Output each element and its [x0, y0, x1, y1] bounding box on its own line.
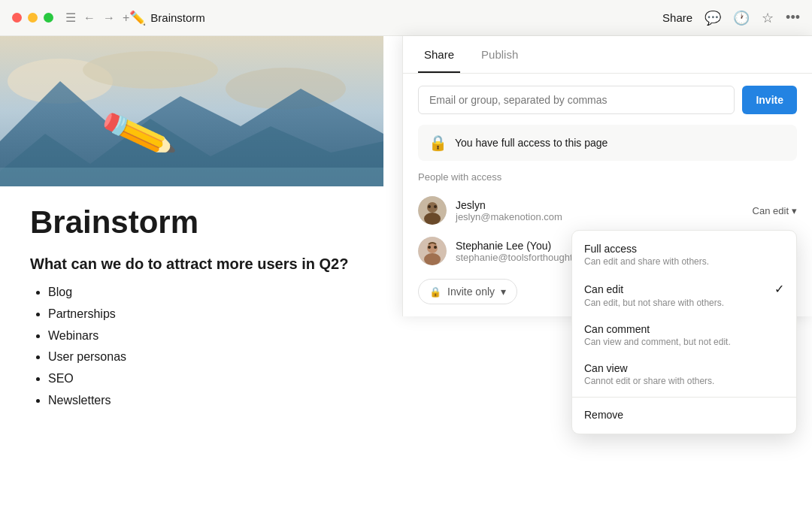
svg-point-14 — [424, 253, 441, 265]
can-view-desc: Cannot edit or share with others. — [584, 376, 784, 386]
traffic-light-yellow[interactable] — [28, 13, 38, 23]
page-content: ✏️ Brainstorm What can we do to attract … — [0, 36, 383, 508]
list-item: SEO — [48, 368, 353, 390]
invite-lock-icon: 🔒 — [429, 286, 441, 298]
can-edit-title: Can edit ✓ — [584, 282, 784, 296]
traffic-light-green[interactable] — [44, 13, 53, 23]
hero-image: ✏️ — [0, 36, 383, 186]
can-view-title: Can view — [584, 362, 784, 374]
person-info-jeslyn: Jeslyn jeslyn@makenotion.com — [456, 199, 744, 222]
invite-only-button[interactable]: 🔒 Invite only ▾ — [418, 279, 517, 304]
access-banner-text: You have full access to this page — [455, 137, 607, 149]
avatar-stephanie — [418, 237, 447, 265]
full-access-title: Full access — [584, 243, 784, 255]
person-role-jeslyn[interactable]: Can edit ▾ — [753, 205, 797, 216]
main-area: ✏️ Brainstorm What can we do to attract … — [0, 36, 812, 508]
back-icon[interactable]: ← — [83, 11, 95, 25]
person-row-jeslyn: Jeslyn jeslyn@makenotion.com Can edit ▾ — [418, 190, 797, 231]
page-title-bar: ✏️ Brainstorm — [129, 10, 205, 26]
dropdown-full-access[interactable]: Full access Can edit and share with othe… — [572, 235, 796, 274]
list-item: Newsletters — [48, 390, 353, 412]
star-icon[interactable]: ☆ — [762, 10, 774, 26]
nav-actions: ☰ ← → + — [65, 11, 129, 25]
svg-point-2 — [83, 51, 218, 89]
can-edit-checkmark: ✓ — [774, 282, 784, 296]
lock-icon: 🔒 — [429, 134, 447, 152]
titlebar-right: Share 💬 🕐 ☆ ••• — [662, 10, 800, 26]
share-button-title[interactable]: Share — [662, 11, 692, 24]
can-comment-desc: Can view and comment, but not edit. — [584, 337, 784, 347]
dropdown-can-view[interactable]: Can view Cannot edit or share with other… — [572, 355, 796, 394]
invite-only-label: Invite only — [447, 286, 495, 298]
history-icon[interactable]: 🕐 — [733, 10, 750, 26]
page-title-text: Brainstorm — [150, 11, 205, 24]
can-edit-desc: Can edit, but not share with others. — [584, 298, 784, 308]
invite-input[interactable] — [418, 86, 735, 114]
invite-only-chevron: ▾ — [501, 286, 506, 298]
more-icon[interactable]: ••• — [786, 10, 800, 26]
share-panel: Share Publish Invite 🔒 You have full acc… — [402, 36, 812, 316]
tab-publish[interactable]: Publish — [475, 36, 524, 73]
people-section-label: People with access — [418, 171, 797, 183]
can-comment-title: Can comment — [584, 323, 784, 335]
page-main-title: Brainstorm — [30, 204, 353, 240]
traffic-light-red[interactable] — [12, 13, 22, 23]
add-icon[interactable]: + — [123, 11, 129, 25]
dropdown-remove[interactable]: Remove — [572, 401, 796, 429]
person-email-jeslyn: jeslyn@makenotion.com — [456, 211, 744, 222]
invite-button[interactable]: Invite — [742, 86, 797, 114]
titlebar: ☰ ← → + ✏️ Brainstorm Share 💬 🕐 ☆ ••• — [0, 0, 812, 36]
list-item: Partnerships — [48, 304, 353, 325]
dropdown-can-comment[interactable]: Can comment Can view and comment, but no… — [572, 316, 796, 355]
permission-dropdown: Full access Can edit and share with othe… — [571, 230, 797, 434]
svg-point-15 — [428, 246, 431, 249]
dropdown-can-edit[interactable]: Can edit ✓ Can edit, but not share with … — [572, 274, 796, 316]
list-item: Webinars — [48, 325, 353, 347]
svg-point-16 — [434, 246, 437, 249]
svg-point-9 — [424, 213, 441, 225]
full-access-desc: Can edit and share with others. — [584, 256, 784, 267]
svg-rect-6 — [0, 168, 383, 186]
pencil-icon: ✏️ — [129, 10, 146, 26]
dropdown-divider — [572, 397, 796, 398]
invite-row: Invite — [418, 86, 797, 114]
access-banner: 🔒 You have full access to this page — [418, 125, 797, 161]
svg-point-11 — [434, 205, 437, 208]
tab-share[interactable]: Share — [418, 36, 460, 73]
page-subtitle: What can we do to attract more users in … — [30, 256, 353, 273]
remove-label: Remove — [584, 409, 623, 421]
comment-icon[interactable]: 💬 — [704, 10, 721, 26]
svg-point-10 — [428, 205, 431, 208]
page-list: BlogPartnershipsWebinarsUser personasSEO… — [30, 282, 353, 412]
chevron-down-icon: ▾ — [792, 205, 797, 216]
list-item: User personas — [48, 346, 353, 368]
page-body: Brainstorm What can we do to attract mor… — [0, 186, 383, 430]
list-item: Blog — [48, 282, 353, 304]
traffic-lights — [12, 13, 53, 23]
share-tabs: Share Publish — [403, 36, 812, 74]
forward-icon[interactable]: → — [103, 11, 115, 25]
avatar-jeslyn — [418, 196, 447, 225]
person-name-jeslyn: Jeslyn — [456, 199, 744, 211]
hamburger-icon[interactable]: ☰ — [65, 11, 76, 25]
